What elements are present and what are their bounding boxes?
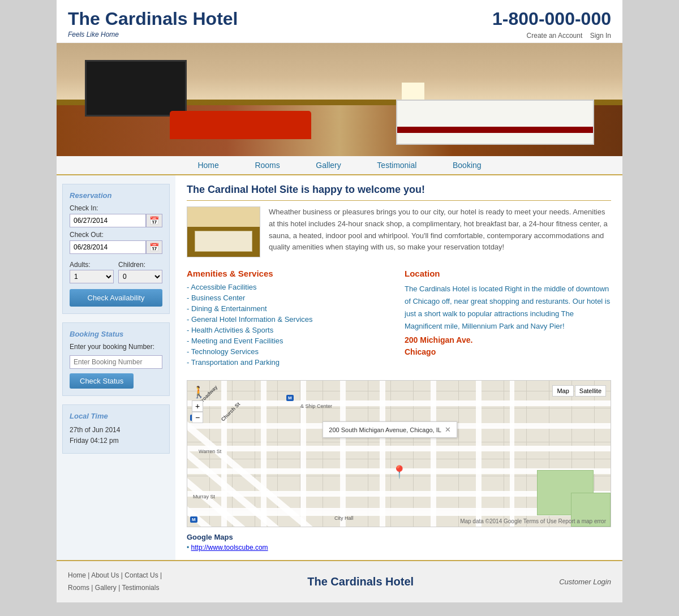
footer-about[interactable]: About Us xyxy=(91,571,119,579)
zoom-in-button[interactable]: + xyxy=(192,400,203,412)
map-zoom-controls: + − xyxy=(192,400,203,423)
map-background: Broadway Church St & Ship Center Warren … xyxy=(187,381,611,527)
hotel-tagline: Feels Like Home xyxy=(68,31,238,38)
map-road-v-3 xyxy=(300,381,306,527)
amenities-list: Accessible Facilities Business Center Di… xyxy=(187,283,393,367)
zoom-out-button[interactable]: − xyxy=(192,412,203,423)
map-road-v-8 xyxy=(510,381,514,527)
map-marker: 📍 xyxy=(392,465,407,480)
nav-booking[interactable]: Booking xyxy=(453,161,482,170)
booking-number-input[interactable] xyxy=(70,355,162,369)
create-account-link[interactable]: Create an Account xyxy=(527,32,583,40)
map-popup: 200 South Michigan Avenue, Chicago, IL ✕ xyxy=(323,421,457,438)
phone-number: 1-800-000-000 xyxy=(492,8,611,29)
header-left: The Cardinals Hotel Feels Like Home xyxy=(68,8,238,38)
map-road-v-1 xyxy=(221,381,227,527)
metro-3: M xyxy=(190,516,197,523)
list-item[interactable]: Business Center xyxy=(187,294,393,302)
booking-label: Enter your booking Number: xyxy=(70,343,162,351)
footer-customer-login[interactable]: Customer Login xyxy=(559,578,611,586)
local-time-line1: 27th of Jun 2014 xyxy=(70,425,162,436)
map-popup-text: 200 South Michigan Avenue, Chicago, IL xyxy=(329,427,441,433)
check-availability-button[interactable]: Check Availability xyxy=(70,289,162,307)
checkout-input[interactable] xyxy=(70,240,146,254)
children-select[interactable]: 0 1 2 3 xyxy=(118,270,162,283)
sign-in-link[interactable]: Sign In xyxy=(590,32,611,40)
map-label-murray: Murray St xyxy=(193,494,215,499)
main-nav: Home Rooms Gallery Testimonial Booking xyxy=(57,156,622,175)
location-address-line1: 200 Michigan Ave. xyxy=(405,335,611,344)
hero-sofa xyxy=(170,111,311,139)
footer-links: Home | About Us | Contact Us | Rooms | G… xyxy=(68,570,162,594)
local-time-title: Local Time xyxy=(70,412,162,420)
google-maps-label: Google Maps xyxy=(187,533,611,541)
reservation-box: Reservation Check In: 📅 Check Out: 📅 Adu… xyxy=(62,184,170,314)
checkin-calendar-icon[interactable]: 📅 xyxy=(146,214,162,227)
adults-label: Adults: xyxy=(70,261,114,269)
local-time-box: Local Time 27th of Jun 2014 Friday 04:12… xyxy=(62,404,170,454)
footer-hotel-name: The Cardinals Hotel xyxy=(307,575,414,588)
map-road-v-4 xyxy=(340,381,346,527)
map-footer-text: Map data ©2014 Google Terms of Use Repor… xyxy=(460,518,606,524)
check-status-button[interactable]: Check Status xyxy=(70,373,134,389)
footer-rooms[interactable]: Rooms xyxy=(68,584,89,592)
nav-home[interactable]: Home xyxy=(197,161,218,170)
welcome-title: The Cardinal Hotel Site is happy to welc… xyxy=(187,184,611,201)
location-title: Location xyxy=(405,269,611,278)
checkin-wrap: 📅 xyxy=(70,214,162,227)
list-item[interactable]: Meeting and Event Facilities xyxy=(187,337,393,345)
nav-testimonial[interactable]: Testimonial xyxy=(377,161,416,170)
amenities-column: Amenities & Services Accessible Faciliti… xyxy=(187,269,393,369)
footer-contact[interactable]: Contact Us xyxy=(124,571,158,579)
checkout-wrap: 📅 xyxy=(70,240,162,254)
footer-testimonials[interactable]: Testimonials xyxy=(122,584,159,592)
metro-1: M xyxy=(286,395,294,401)
map-road-h-1 xyxy=(187,400,611,406)
footer-gallery[interactable]: Gallery xyxy=(95,584,117,592)
location-description: The Cardinals Hotel is located Right in … xyxy=(405,283,611,333)
booking-title: Booking Status xyxy=(70,330,162,338)
map-label-warren: Warren St xyxy=(199,449,221,454)
page-header: The Cardinals Hotel Feels Like Home 1-80… xyxy=(57,0,622,43)
map-road-h-3 xyxy=(187,446,611,451)
list-item[interactable]: Health Activities & Sports xyxy=(187,326,393,334)
adults-field: Adults: 1 2 3 4 xyxy=(70,257,114,283)
sidebar: Reservation Check In: 📅 Check Out: 📅 Adu… xyxy=(57,175,175,560)
checkin-input[interactable] xyxy=(70,214,146,227)
website-link[interactable]: http://www.toolscube.com xyxy=(191,544,268,552)
amenities-location: Amenities & Services Accessible Faciliti… xyxy=(187,269,611,369)
satellite-button[interactable]: Satellite xyxy=(575,385,606,397)
hero-room xyxy=(57,43,622,156)
map-road-v-5 xyxy=(380,381,385,527)
reservation-title: Reservation xyxy=(70,191,162,200)
footer-center: The Cardinals Hotel xyxy=(307,575,414,588)
location-address-line2: Chicago xyxy=(405,347,611,356)
welcome-image xyxy=(187,206,260,257)
list-item[interactable]: General Hotel Information & Services xyxy=(187,315,393,324)
list-item[interactable]: Technology Services xyxy=(187,347,393,356)
map-label-city-hall: City Hall xyxy=(334,515,354,521)
nav-rooms[interactable]: Rooms xyxy=(255,161,280,170)
street-view-icon[interactable]: 🚶 xyxy=(192,385,206,399)
checkout-label: Check Out: xyxy=(70,231,162,239)
amenities-title: Amenities & Services xyxy=(187,269,393,278)
children-label: Children: xyxy=(118,261,162,269)
url-link[interactable]: http://www.toolscube.com xyxy=(187,544,611,552)
hero-tv xyxy=(85,60,187,117)
map-road-v-6 xyxy=(431,381,436,527)
page-footer: Home | About Us | Contact Us | Rooms | G… xyxy=(57,560,622,602)
adults-select[interactable]: 1 2 3 4 xyxy=(70,270,114,283)
list-item[interactable]: Transportation and Parking xyxy=(187,358,393,367)
location-column: Location The Cardinals Hotel is located … xyxy=(405,269,611,369)
nav-gallery[interactable]: Gallery xyxy=(316,161,341,170)
footer-home[interactable]: Home xyxy=(68,571,86,579)
checkout-calendar-icon[interactable]: 📅 xyxy=(146,240,162,254)
list-item[interactable]: Accessible Facilities xyxy=(187,283,393,291)
map-button[interactable]: Map xyxy=(552,385,573,397)
map-popup-close[interactable]: ✕ xyxy=(445,425,451,434)
list-item[interactable]: Dining & Entertainment xyxy=(187,304,393,313)
checkin-label: Check In: xyxy=(70,204,162,212)
map-label-ship: & Ship Center xyxy=(300,403,332,409)
local-time-line2: Friday 04:12 pm xyxy=(70,436,162,446)
content-area: The Cardinal Hotel Site is happy to welc… xyxy=(175,175,622,560)
